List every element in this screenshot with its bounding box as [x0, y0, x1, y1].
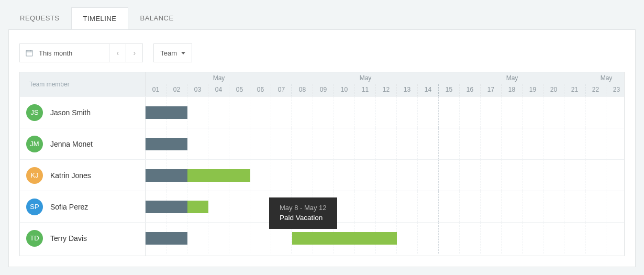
avatar: KJ	[26, 167, 43, 184]
month-label: May	[360, 74, 372, 82]
next-period-button[interactable]: ›	[126, 43, 143, 62]
leave-bar[interactable]	[146, 232, 187, 245]
tooltip: May 8 - May 12Paid Vacation	[269, 197, 337, 229]
month-label: May	[601, 74, 613, 82]
column-header-timeline: MayMayMayMay 010203040506070809101112131…	[146, 72, 624, 96]
timeline-cell: May 8 - May 12Paid Vacation	[146, 223, 624, 254]
scope-dropdown[interactable]: Team	[153, 43, 192, 62]
leave-bar[interactable]	[146, 138, 187, 150]
member-name: Sofia Perez	[50, 203, 88, 211]
day-header-cell: 13	[397, 84, 418, 96]
day-header-cell: 23	[606, 84, 624, 96]
member-cell[interactable]: SPSofia Perez	[20, 191, 146, 222]
day-header-cell: 03	[187, 84, 208, 96]
day-header-cell: 06	[250, 84, 271, 96]
member-cell[interactable]: TDTerry Davis	[20, 223, 146, 254]
day-header-cell: 09	[313, 84, 334, 96]
day-header-cell: 08	[292, 84, 313, 96]
tooltip-range: May 8 - May 12	[280, 204, 327, 212]
member-name: Jason Smith	[50, 108, 91, 117]
month-label: May	[506, 74, 518, 82]
svg-rect-0	[26, 50, 32, 56]
avatar: TD	[26, 230, 43, 247]
day-header-cell: 15	[439, 84, 460, 96]
tab-balance[interactable]: BALANCE	[128, 7, 185, 29]
date-range-label: This month	[39, 49, 72, 57]
timeline-cell	[146, 97, 624, 128]
avatar: SP	[26, 199, 43, 215]
day-header-cell: 17	[481, 84, 502, 96]
chevron-left-icon: ‹	[116, 49, 119, 57]
column-header-member: Team member	[20, 72, 146, 96]
day-header-cell: 22	[585, 84, 606, 96]
member-cell[interactable]: KJKatrin Jones	[20, 160, 146, 191]
chevron-right-icon: ›	[133, 49, 136, 57]
date-range-picker[interactable]: This month	[19, 43, 109, 62]
day-header-cell: 05	[229, 84, 250, 96]
avatar: JS	[26, 104, 43, 121]
tab-timeline[interactable]: TIMELINE	[71, 7, 129, 29]
table-row: KJKatrin Jones	[20, 159, 624, 191]
member-name: Katrin Jones	[50, 171, 91, 180]
table-row: JMJenna Monet	[20, 128, 624, 159]
tabs: REQUESTSTIMELINEBALANCE	[8, 7, 636, 29]
member-cell[interactable]: JMJenna Monet	[20, 128, 146, 159]
day-header-cell: 14	[418, 84, 439, 96]
leave-bar[interactable]	[146, 169, 187, 182]
leave-bar[interactable]	[146, 106, 187, 119]
table-row: TDTerry DavisMay 8 - May 12Paid Vacation	[20, 222, 624, 254]
table-row: JSJason Smith	[20, 96, 624, 128]
member-cell[interactable]: JSJason Smith	[20, 97, 146, 128]
leave-bar[interactable]	[146, 201, 187, 213]
tab-requests[interactable]: REQUESTS	[8, 7, 71, 29]
timeline-cell	[146, 128, 624, 159]
day-header-cell: 12	[376, 84, 397, 96]
day-header-cell: 21	[564, 84, 585, 96]
day-header-cell: 11	[355, 84, 376, 96]
month-label: May	[213, 74, 225, 82]
avatar: JM	[26, 136, 43, 152]
member-name: Jenna Monet	[50, 140, 93, 148]
scope-label: Team	[160, 49, 177, 57]
caret-down-icon	[181, 52, 185, 54]
day-header-cell: 18	[502, 84, 523, 96]
timeline-grid: Team member MayMayMayMay 010203040506070…	[19, 72, 625, 256]
tooltip-label: Paid Vacation	[280, 214, 327, 222]
leave-bar[interactable]	[187, 169, 250, 182]
calendar-icon	[25, 49, 34, 57]
day-header-cell: 01	[146, 84, 166, 96]
day-header-cell: 02	[166, 84, 187, 96]
day-header-cell: 07	[271, 84, 292, 96]
day-header-cell: 20	[543, 84, 564, 96]
prev-period-button[interactable]: ‹	[109, 43, 126, 62]
leave-bar[interactable]	[292, 232, 397, 245]
day-header-cell: 16	[460, 84, 481, 96]
leave-bar[interactable]	[187, 201, 208, 213]
timeline-panel: This month ‹ › Team Team member MayMayMa…	[8, 29, 636, 267]
timeline-cell	[146, 191, 624, 222]
day-header-cell: 10	[334, 84, 355, 96]
toolbar: This month ‹ › Team	[19, 43, 625, 62]
day-header-cell: 19	[523, 84, 543, 96]
day-header-cell: 04	[208, 84, 229, 96]
timeline-cell	[146, 160, 624, 191]
member-name: Terry Davis	[50, 234, 87, 243]
